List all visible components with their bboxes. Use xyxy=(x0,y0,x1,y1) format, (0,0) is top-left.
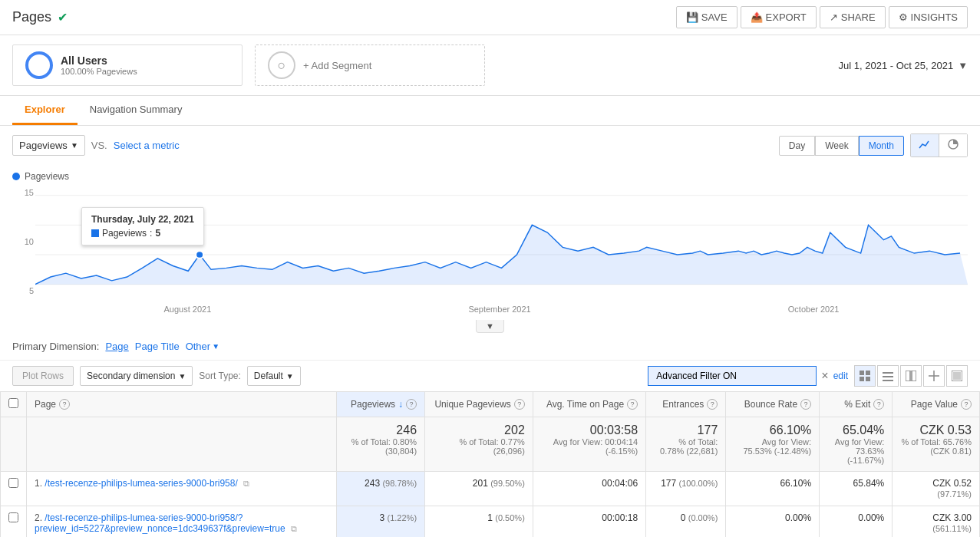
metric-select[interactable]: Pageviews ▼ xyxy=(12,135,85,156)
pct-exit-column-label: % Exit xyxy=(844,399,870,410)
pageviews-column-header[interactable]: Pageviews ↓ ? xyxy=(336,392,425,417)
pageviews-help-icon[interactable]: ? xyxy=(406,399,417,410)
all-users-segment[interactable]: All Users 100.00% Pageviews xyxy=(12,44,243,86)
dimension-other-dropdown[interactable]: Other ▼ xyxy=(186,341,219,352)
entrances-column-header[interactable]: Entrances ? xyxy=(646,392,726,417)
row2-page-link[interactable]: /test-recenze-philips-lumea-series-9000-… xyxy=(35,512,285,534)
date-range-picker[interactable]: Jul 1, 2021 - Oct 25, 2021 ▼ xyxy=(839,60,968,71)
tab-bar: Explorer Navigation Summary xyxy=(0,96,980,126)
svg-point-5 xyxy=(196,251,203,259)
add-segment-label: + Add Segment xyxy=(303,60,371,71)
row1-entrances-cell: 177 (100.00%) xyxy=(646,472,726,506)
row1-unique-pv-value: 201 xyxy=(473,478,488,489)
dimension-page[interactable]: Page xyxy=(105,341,128,352)
page-title-area: Pages ✔ xyxy=(12,9,68,25)
segment-sub: 100.00% Pageviews xyxy=(61,67,229,76)
row1-page-link[interactable]: /test-recenze-philips-lumea-series-9000-… xyxy=(45,478,237,489)
sort-down-icon: ↓ xyxy=(398,399,403,410)
y-label-15: 15 xyxy=(12,188,34,197)
full-icon xyxy=(952,371,962,381)
row1-pageviews-value: 243 xyxy=(365,478,380,489)
entrances-help-icon[interactable]: ? xyxy=(707,399,718,410)
comparison-view-button[interactable] xyxy=(900,365,922,387)
unique-pv-help-icon[interactable]: ? xyxy=(514,399,525,410)
sort-type-select[interactable]: Default ▼ xyxy=(247,366,301,386)
filter-edit-button[interactable]: edit xyxy=(833,371,848,381)
day-button[interactable]: Day xyxy=(779,136,815,156)
row2-page-value-pct: (561.11%) xyxy=(932,524,972,533)
row2-unique-pv-value: 1 xyxy=(487,512,493,523)
avg-time-column-header[interactable]: Avg. Time on Page ? xyxy=(533,392,645,417)
chart-container: 15 10 5 Thursday, July 22, 2021 Pageview… xyxy=(12,188,968,318)
insights-button[interactable]: ⚙ INSIGHTS xyxy=(889,6,968,28)
row2-entrances-pct: (0.00%) xyxy=(688,513,718,522)
controls-bar: Pageviews ▼ VS. Select a metric Day Week… xyxy=(0,126,980,165)
row1-page-cell: 1. /test-recenze-philips-lumea-series-90… xyxy=(27,472,337,506)
row2-pageviews-value: 3 xyxy=(380,512,385,523)
sort-type-label: Sort Type: xyxy=(199,371,240,381)
select-all-checkbox[interactable] xyxy=(8,398,18,408)
x-label-aug: August 2021 xyxy=(164,305,212,314)
svg-rect-18 xyxy=(953,372,961,380)
segment-name: All Users xyxy=(61,54,229,67)
row1-number: 1. xyxy=(35,478,42,489)
page-value-column-header[interactable]: Page Value ? xyxy=(893,392,980,417)
save-button[interactable]: 💾 SAVE xyxy=(676,6,737,28)
add-segment[interactable]: ○ + Add Segment xyxy=(255,44,485,86)
select-metric-link[interactable]: Select a metric xyxy=(114,140,180,151)
full-view-button[interactable] xyxy=(946,365,968,387)
dimension-page-title[interactable]: Page Title xyxy=(135,341,180,352)
advanced-filter-input[interactable] xyxy=(648,366,817,386)
tab-navigation-summary[interactable]: Navigation Summary xyxy=(78,96,195,125)
plot-rows-button[interactable]: Plot Rows xyxy=(12,366,74,386)
unique-pageviews-column-header[interactable]: Unique Pageviews ? xyxy=(425,392,533,417)
pct-exit-help-icon[interactable]: ? xyxy=(873,399,884,410)
date-range-text: Jul 1, 2021 - Oct 25, 2021 xyxy=(839,60,954,71)
line-chart-button[interactable] xyxy=(911,134,939,156)
row1-page-value-cell: CZK 0.52 (97.71%) xyxy=(893,472,980,506)
copy-icon[interactable]: ⧉ xyxy=(291,524,297,533)
totals-row: 246 % of Total: 0.80% (30,804) 202 % of … xyxy=(1,417,980,472)
week-button[interactable]: Week xyxy=(815,136,858,156)
save-icon: 💾 xyxy=(686,12,698,23)
export-button[interactable]: 📤 EXPORT xyxy=(741,6,817,28)
chart-type-buttons xyxy=(910,133,968,157)
row2-checkbox[interactable] xyxy=(8,512,18,522)
pct-exit-column-header[interactable]: % Exit ? xyxy=(820,392,893,417)
list-view-button[interactable] xyxy=(877,365,899,387)
totals-bounce-rate-value: 66.10% xyxy=(734,423,811,437)
avg-time-help-icon[interactable]: ? xyxy=(627,399,638,410)
avg-time-column-label: Avg. Time on Page xyxy=(546,399,624,410)
share-button[interactable]: ↗ SHARE xyxy=(820,6,886,28)
grid-view-button[interactable] xyxy=(854,365,876,387)
secondary-dimension-select[interactable]: Secondary dimension ▼ xyxy=(80,366,193,386)
pie-chart-button[interactable] xyxy=(939,134,967,156)
page-value-column-label: Page Value xyxy=(911,399,958,410)
totals-unique-pv-sub: % of Total: 0.77% (26,096) xyxy=(433,437,525,456)
row1-checkbox[interactable] xyxy=(8,478,18,488)
copy-icon[interactable]: ⧉ xyxy=(243,479,249,488)
totals-pct-exit-cell: 65.04% Avg for View: 73.63% (-11.67%) xyxy=(820,417,893,472)
tab-explorer[interactable]: Explorer xyxy=(12,96,78,125)
filter-close-button[interactable]: × xyxy=(821,369,828,383)
row1-checkbox-cell xyxy=(1,472,27,506)
sort-default-label: Default xyxy=(254,371,283,381)
row1-entrances-pct: (100.00%) xyxy=(679,479,718,488)
grid-icon xyxy=(860,371,870,381)
bounce-rate-column-header[interactable]: Bounce Rate ? xyxy=(726,392,820,417)
pivot-view-button[interactable] xyxy=(923,365,945,387)
page-help-icon[interactable]: ? xyxy=(59,399,70,410)
tooltip-value: 5 xyxy=(155,228,160,239)
page-value-help-icon[interactable]: ? xyxy=(961,399,972,410)
row2-entrances-value: 0 xyxy=(681,512,686,523)
bounce-rate-column-label: Bounce Rate xyxy=(744,399,797,410)
row2-page-value-cell: CZK 3.00 (561.11%) xyxy=(893,506,980,538)
row1-pageviews-pct: (98.78%) xyxy=(382,479,417,488)
bounce-rate-help-icon[interactable]: ? xyxy=(800,399,811,410)
chart-expand-button[interactable]: ▼ xyxy=(476,320,504,333)
month-button[interactable]: Month xyxy=(859,136,904,156)
verified-icon: ✔ xyxy=(58,10,68,25)
legend-label: Pageviews xyxy=(25,171,69,182)
totals-pageviews-sub: % of Total: 0.80% (30,804) xyxy=(345,437,417,456)
table-controls: Plot Rows Secondary dimension ▼ Sort Typ… xyxy=(0,360,980,391)
